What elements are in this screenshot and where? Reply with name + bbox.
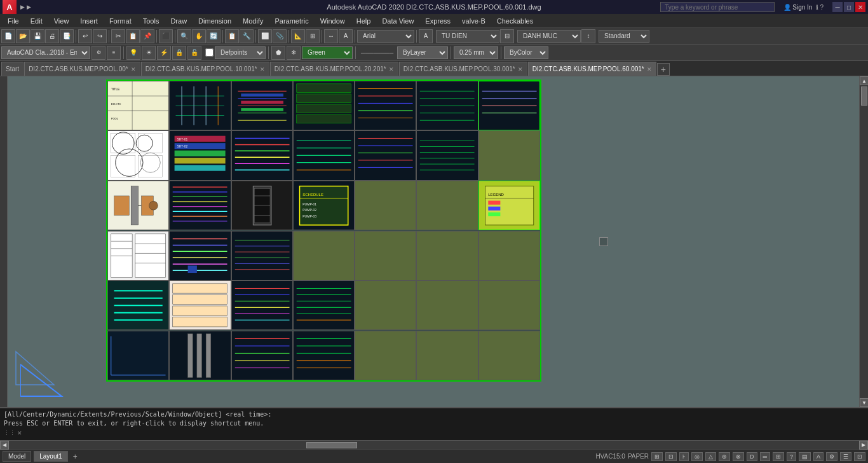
- tb-multiline-text[interactable]: A: [419, 29, 433, 43]
- menu-tools[interactable]: Tools: [138, 16, 165, 26]
- tb-pan[interactable]: ✋: [192, 29, 206, 43]
- search-input[interactable]: [660, 2, 775, 12]
- menu-dimension[interactable]: Dimension: [193, 16, 236, 26]
- layer-dropdown[interactable]: TU DIEN: [436, 30, 499, 43]
- tb-print2[interactable]: 📑: [60, 29, 74, 43]
- workspace-select[interactable]: AutoCAD Cla...2018 - Englis: [1, 46, 90, 59]
- status-btn-ducs[interactable]: ⊗: [733, 452, 744, 461]
- menu-draw[interactable]: Draw: [165, 16, 192, 26]
- minimize-button[interactable]: ─: [832, 2, 843, 12]
- menu-help[interactable]: Help: [351, 16, 376, 26]
- tb-match-prop[interactable]: ⬛: [159, 29, 173, 43]
- scroll-thumb-v[interactable]: [861, 86, 867, 106]
- lineweight-dropdown[interactable]: 0.25 mm: [454, 46, 498, 59]
- scroll-down-button[interactable]: ▼: [860, 398, 868, 407]
- tab-pool20[interactable]: DI2.CTC.ASB.KUS.MEP.POOL.20.201* ✕: [270, 62, 398, 76]
- help-icon[interactable]: ?: [820, 4, 824, 11]
- status-btn-snap[interactable]: ⊡: [665, 452, 677, 461]
- menu-edit[interactable]: Edit: [25, 16, 48, 26]
- workspace-dropdown[interactable]: Standard: [599, 30, 649, 43]
- scroll-left-button[interactable]: ◀: [0, 441, 9, 450]
- tb2-freeze[interactable]: ❄: [287, 46, 301, 60]
- menu-valve-b[interactable]: valve-B: [457, 16, 491, 26]
- plotstyle-dropdown[interactable]: ByColor: [504, 46, 548, 59]
- tb2-filter[interactable]: ⬟: [271, 46, 285, 60]
- menu-modify[interactable]: Modify: [238, 16, 268, 26]
- tb-cut[interactable]: ✂: [111, 29, 125, 43]
- tb-redo[interactable]: ↪: [93, 29, 107, 43]
- tb-open[interactable]: 📂: [16, 29, 30, 43]
- tab-pool60[interactable]: DI2.CTC.ASB.KUS.MEP.POOL.60.001* ✕: [528, 62, 656, 76]
- menu-format[interactable]: Format: [104, 16, 137, 26]
- annotation-scale-dropdown[interactable]: DANH MUC: [517, 30, 581, 43]
- tb-text[interactable]: A: [339, 29, 353, 43]
- tb-layer-props[interactable]: ⊟: [500, 29, 514, 43]
- sign-in-button[interactable]: 👤 Sign In: [783, 4, 812, 11]
- tb-dim[interactable]: ↔: [324, 29, 338, 43]
- status-btn-lweight[interactable]: ═: [760, 452, 770, 461]
- tab-close-pool30[interactable]: ✕: [518, 66, 523, 73]
- scroll-up-button[interactable]: ▲: [860, 76, 868, 85]
- status-btn-otrack[interactable]: ⊕: [719, 452, 730, 461]
- status-tab-add[interactable]: +: [71, 451, 80, 462]
- tb2-bolt[interactable]: ⚡: [157, 46, 171, 60]
- tb2-lock2[interactable]: 🔓: [187, 46, 201, 60]
- restore-button[interactable]: □: [844, 2, 854, 12]
- status-btn-sel[interactable]: ▤: [799, 452, 811, 461]
- tb-layer[interactable]: 📋: [225, 29, 239, 43]
- tb2-sun[interactable]: ☀: [142, 46, 156, 60]
- menu-file[interactable]: File: [3, 16, 24, 26]
- status-btn-isolate[interactable]: ☰: [840, 452, 851, 461]
- menu-express[interactable]: Express: [420, 16, 456, 26]
- status-btn-osnap[interactable]: △: [705, 452, 716, 461]
- tb2-light[interactable]: 💡: [126, 46, 140, 60]
- scroll-track-v[interactable]: [860, 85, 868, 398]
- menu-insert[interactable]: Insert: [75, 16, 103, 26]
- text-style-dropdown[interactable]: Arial: [357, 30, 414, 43]
- status-btn-tpmode[interactable]: ⊞: [773, 452, 784, 461]
- status-tab-layout1[interactable]: Layout1: [34, 451, 68, 462]
- status-btn-polar[interactable]: ◎: [691, 452, 703, 461]
- tb-measure[interactable]: 📐: [291, 29, 305, 43]
- defpoints-checkbox[interactable]: [205, 48, 214, 57]
- tb-paste[interactable]: 📌: [140, 29, 154, 43]
- tb-copy[interactable]: 📋: [126, 29, 140, 43]
- tb2-settings[interactable]: ⚙: [92, 46, 105, 60]
- scroll-track-h[interactable]: [9, 442, 859, 448]
- tb-save[interactable]: 💾: [31, 29, 44, 43]
- tab-close-pool00[interactable]: ✕: [131, 66, 136, 73]
- menu-window[interactable]: Window: [315, 16, 350, 26]
- status-btn-grid[interactable]: ⊞: [651, 452, 663, 461]
- color-dropdown[interactable]: Green: [302, 46, 353, 59]
- command-input-field[interactable]: [25, 429, 215, 436]
- status-btn-ortho[interactable]: ⊦: [679, 452, 689, 461]
- tab-close-pool10[interactable]: ✕: [260, 66, 265, 73]
- tb-zoom[interactable]: 🔍: [177, 29, 191, 43]
- tb-array[interactable]: ⊞: [306, 29, 320, 43]
- tb-undo[interactable]: ↩: [78, 29, 92, 43]
- menu-parametric[interactable]: Parametric: [269, 16, 313, 26]
- status-btn-qp[interactable]: ?: [787, 452, 796, 461]
- scroll-right-button[interactable]: ▶: [859, 441, 868, 450]
- v-scrollbar[interactable]: ▲ ▼: [859, 76, 868, 407]
- tab-close-pool20[interactable]: ✕: [389, 66, 394, 73]
- tb2-customize[interactable]: ≡: [107, 46, 121, 60]
- tb-print[interactable]: 🖨: [45, 29, 59, 43]
- tab-pool30[interactable]: DI2.CTC.ASB.KUS.MEP.POOL.30.001* ✕: [399, 62, 527, 76]
- tab-close-pool60[interactable]: ✕: [647, 66, 652, 73]
- canvas-area[interactable]: TITLE DI2.CTC POOL: [8, 76, 859, 407]
- tab-pool10[interactable]: DI2.CTC.ASB.KUS.MEP.POOL.10.001* ✕: [141, 62, 269, 76]
- close-button[interactable]: ✕: [855, 2, 865, 12]
- tab-start[interactable]: Start: [1, 62, 24, 76]
- info-icon[interactable]: ℹ: [816, 4, 818, 11]
- tab-add-button[interactable]: +: [657, 63, 670, 76]
- menu-checkables[interactable]: Checkables: [492, 16, 538, 26]
- tb-prop[interactable]: 🔧: [240, 29, 254, 43]
- tab-pool00[interactable]: DI2.CTC.ASB.KUS.MEP.POOL.00* ✕: [24, 62, 140, 76]
- defpoints-dropdown[interactable]: Defpoints: [215, 46, 266, 59]
- menu-dataview[interactable]: Data View: [377, 16, 419, 26]
- status-tab-model[interactable]: Model: [3, 451, 31, 462]
- linetype-dropdown[interactable]: ByLayer: [397, 46, 448, 59]
- status-btn-anno[interactable]: A: [813, 452, 824, 461]
- tb-block[interactable]: ⬜: [258, 29, 272, 43]
